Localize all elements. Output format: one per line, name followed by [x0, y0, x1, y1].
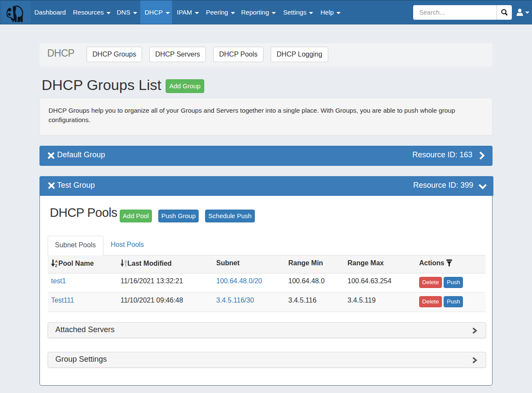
svg-text:A: A	[55, 259, 57, 264]
svg-text:Z: Z	[55, 264, 57, 267]
